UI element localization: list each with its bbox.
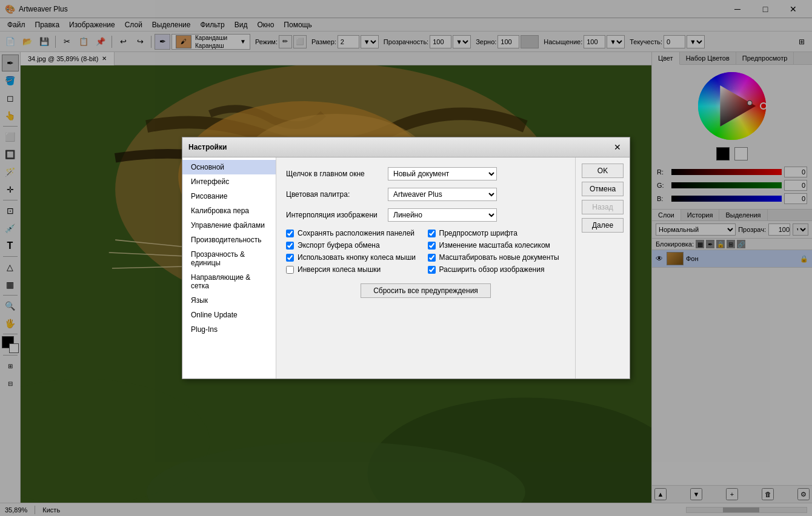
back-button[interactable]: Назад	[582, 200, 624, 214]
check-scale-mouse-label: Изменение масштаба колесиком	[439, 241, 550, 250]
check-scale-mouse-input[interactable]	[428, 242, 436, 250]
click-label: Щелчок в главном окне	[286, 170, 383, 178]
check-invert-wheel-label: Инверсия колеса мышки	[298, 265, 381, 274]
check-font-preview-input[interactable]	[428, 230, 436, 237]
sidebar-item-interface[interactable]: Интерфейс	[182, 174, 276, 189]
check-use-wheel: Использовать кнопку колеса мыши	[286, 253, 424, 262]
interp-form-row: Интерполяция изображени Линейно	[286, 208, 565, 222]
dialog-title: Настройки	[188, 143, 227, 151]
dialog-action-buttons: OK Отмена Назад Далее	[575, 157, 630, 379]
dialog-close-button[interactable]: ✕	[611, 141, 624, 153]
sidebar-item-basic[interactable]: Основной	[182, 160, 276, 174]
next-button[interactable]: Далее	[582, 218, 624, 233]
settings-dialog: Настройки ✕ Основной Интерфейс Рисование…	[182, 137, 630, 379]
dialog-titlebar: Настройки ✕	[182, 137, 630, 157]
cancel-button[interactable]: Отмена	[582, 182, 624, 196]
click-select[interactable]: Новый документ	[388, 167, 497, 180]
check-export-clipboard: Экспорт буфера обмена	[286, 241, 424, 250]
check-use-wheel-input[interactable]	[286, 254, 294, 262]
dialog-content: Щелчок в главном окне Новый документ Цве…	[276, 157, 575, 379]
sidebar-item-filemanage[interactable]: Управление файлами	[182, 218, 276, 233]
check-invert-wheel: Инверсия колеса мышки	[286, 265, 424, 274]
ok-button[interactable]: OK	[582, 164, 624, 178]
check-scale-mouse: Изменение масштаба колесиком	[428, 241, 566, 250]
sidebar-item-guides[interactable]: Направляющие & сетка	[182, 270, 276, 293]
check-save-panels-input[interactable]	[286, 230, 294, 237]
sidebar-item-language[interactable]: Язык	[182, 293, 276, 308]
check-expand-view: Расширить обзор изображения	[428, 265, 566, 274]
click-form-row: Щелчок в главном окне Новый документ	[286, 167, 565, 180]
check-font-preview-label: Предпросмотр шрифта	[439, 229, 517, 237]
check-scale-docs: Масштабировать новые документы	[428, 253, 566, 262]
dialog-body: Основной Интерфейс Рисование Калибровка …	[182, 157, 630, 379]
interp-label: Интерполяция изображени	[286, 211, 383, 219]
sidebar-item-drawing[interactable]: Рисование	[182, 189, 276, 203]
check-export-clipboard-input[interactable]	[286, 242, 294, 250]
check-save-panels-label: Сохранять расположения панелей	[298, 229, 414, 237]
check-use-wheel-label: Использовать кнопку колеса мыши	[298, 253, 416, 262]
sidebar-item-calibration[interactable]: Калибровка пера	[182, 203, 276, 218]
sidebar-item-update[interactable]: Online Update	[182, 308, 276, 322]
check-save-panels: Сохранять расположения панелей	[286, 229, 424, 237]
sidebar-item-performance[interactable]: Производительность	[182, 233, 276, 247]
reset-btn-row: Сбросить все предупреждения	[286, 283, 565, 298]
palette-form-row: Цветовая палитра: Artweaver Plus	[286, 188, 565, 201]
check-font-preview: Предпросмотр шрифта	[428, 229, 566, 237]
dialog-sidebar: Основной Интерфейс Рисование Калибровка …	[182, 157, 276, 379]
palette-select[interactable]: Artweaver Plus	[388, 188, 497, 201]
palette-label: Цветовая палитра:	[286, 190, 383, 199]
interp-select[interactable]: Линейно	[388, 208, 497, 222]
check-invert-wheel-input[interactable]	[286, 266, 294, 274]
sidebar-item-transparency[interactable]: Прозрачность & единицы	[182, 247, 276, 270]
dialog-overlay: Настройки ✕ Основной Интерфейс Рисование…	[0, 0, 812, 516]
check-scale-docs-label: Масштабировать новые документы	[439, 253, 559, 262]
reset-warnings-button[interactable]: Сбросить все предупреждения	[361, 283, 491, 298]
check-scale-docs-input[interactable]	[428, 254, 436, 262]
check-expand-view-label: Расширить обзор изображения	[439, 265, 545, 274]
check-expand-view-input[interactable]	[428, 266, 436, 274]
check-export-clipboard-label: Экспорт буфера обмена	[298, 241, 380, 250]
sidebar-item-plugins[interactable]: Plug-Ins	[182, 322, 276, 337]
checkboxes-grid: Сохранять расположения панелей Предпросм…	[286, 229, 565, 274]
